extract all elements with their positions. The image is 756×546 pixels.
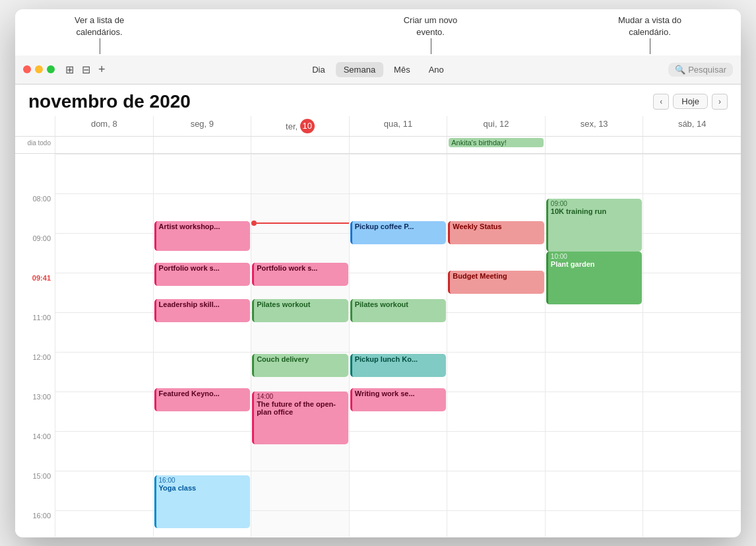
- view-month[interactable]: Mês: [386, 62, 418, 77]
- view-week[interactable]: Semana: [336, 62, 383, 77]
- day-col-qua: Pickup coffee P... Pilates workout Picku…: [349, 154, 447, 537]
- all-day-label: dia todo: [15, 137, 55, 153]
- day-col-sab: [643, 154, 741, 537]
- inbox-icon[interactable]: ⊟: [82, 63, 90, 76]
- allday-qui: Ankita's birthday!: [447, 137, 545, 153]
- search-box[interactable]: 🔍 Pesquisar: [668, 63, 733, 77]
- day-header-0: dom, 8: [55, 116, 153, 136]
- month-header: novembro de 2020 ‹ Hoje ›: [15, 85, 741, 116]
- calendar-grid: dom, 8 seg, 9 ter, 10 qua, 11 qui, 12 se…: [15, 116, 741, 537]
- minimize-button[interactable]: [35, 65, 43, 73]
- day-header-4: qui, 12: [447, 116, 545, 136]
- toolbar-icons: ⊞ ⊟ +: [65, 63, 106, 77]
- ankita-birthday-event[interactable]: Ankita's birthday!: [449, 138, 544, 147]
- day-col-sex: 09:00 10K training run 10:00 Plant garde…: [545, 154, 643, 537]
- time-1400: 14:00: [15, 431, 55, 471]
- portfolio-work-seg-event[interactable]: Portfolio work s...: [154, 263, 251, 286]
- calendar-window: Ver a lista decalendários. Criar um novo…: [15, 9, 741, 537]
- pilates-qua-event[interactable]: Pilates workout: [350, 299, 447, 322]
- featured-keynote-event[interactable]: Featured Keyno...: [154, 388, 251, 411]
- couch-delivery-event[interactable]: Couch delivery: [252, 354, 348, 377]
- next-button[interactable]: ›: [712, 94, 728, 110]
- day-header-6: sáb, 14: [643, 116, 741, 136]
- day-header-2: ter, 10: [251, 116, 349, 136]
- pilates-ter-event[interactable]: Pilates workout: [252, 299, 348, 322]
- allday-sab: [643, 137, 741, 153]
- annotation-calendars: Ver a lista decalendários.: [75, 15, 124, 38]
- view-switcher: Dia Semana Mês Ano: [304, 62, 452, 77]
- day-col-qui: Weekly Status Budget Meeting 18:00 Game …: [447, 154, 545, 537]
- calendar-list-icon[interactable]: ⊞: [65, 63, 74, 76]
- weekly-status-event[interactable]: Weekly Status: [448, 221, 544, 244]
- allday-ter: [251, 137, 349, 153]
- current-time-indicator: [251, 221, 349, 226]
- leadership-event[interactable]: Leadership skill...: [154, 299, 251, 322]
- time-grid: 08:00 09:00 09:41 11:00 12:00 13:00 14:0…: [15, 154, 741, 537]
- day-headers: dom, 8 seg, 9 ter, 10 qua, 11 qui, 12 se…: [15, 116, 741, 137]
- annotation-view: Mudar a vista docalendário.: [618, 15, 681, 38]
- allday-sex: [545, 137, 643, 153]
- time-1500: 15:00: [15, 471, 55, 510]
- titlebar: ⊞ ⊟ + Dia Semana Mês Ano 🔍 Pesquisar: [15, 55, 741, 85]
- budget-meeting-event[interactable]: Budget Meeting: [448, 271, 544, 294]
- all-day-row: dia todo Ankita's birthday!: [15, 137, 741, 154]
- allday-dom: [55, 137, 153, 153]
- day-col-dom: [55, 154, 153, 537]
- day-col-seg: Artist workshop... Portfolio work s... L…: [153, 154, 251, 537]
- yoga-class-event[interactable]: 16:00 Yoga class: [154, 475, 251, 528]
- today-button[interactable]: Hoje: [673, 94, 708, 109]
- plant-garden-event[interactable]: 10:00 Plant garden: [546, 252, 643, 304]
- training-run-event[interactable]: 09:00 10K training run: [546, 199, 643, 252]
- day-header-1: seg, 9: [153, 116, 251, 136]
- time-labels: 08:00 09:00 09:41 11:00 12:00 13:00 14:0…: [15, 154, 55, 537]
- days-grid: Artist workshop... Portfolio work s... L…: [55, 154, 741, 537]
- annotation-new-event: Criar um novoevento.: [404, 15, 458, 38]
- allday-qua: [349, 137, 447, 153]
- day-header-5: sex, 13: [545, 116, 643, 136]
- prev-button[interactable]: ‹: [653, 94, 669, 110]
- portfolio-ter-event[interactable]: Portfolio work s...: [252, 263, 348, 286]
- writing-work-event[interactable]: Writing work se...: [350, 388, 447, 411]
- allday-seg: [153, 137, 251, 153]
- time-0900: 09:00: [15, 233, 55, 273]
- view-year[interactable]: Ano: [421, 62, 452, 77]
- time-1100: 11:00: [15, 312, 55, 352]
- time-1300: 13:00: [15, 392, 55, 431]
- search-placeholder: Pesquisar: [688, 65, 726, 75]
- pickup-coffee-event[interactable]: Pickup coffee P...: [350, 221, 447, 244]
- time-0800: 08:00: [15, 193, 55, 233]
- toolbar-right: 🔍 Pesquisar: [668, 63, 733, 77]
- future-office-event[interactable]: 14:00 The future of the open-plan office: [252, 392, 348, 444]
- day-header-3: qua, 11: [349, 116, 447, 136]
- traffic-lights: [23, 65, 55, 73]
- time-1600: 16:00: [15, 510, 55, 537]
- pickup-lunch-event[interactable]: Pickup lunch Ko...: [350, 354, 447, 377]
- maximize-button[interactable]: [47, 65, 55, 73]
- nav-buttons: ‹ Hoje ›: [653, 94, 728, 110]
- close-button[interactable]: [23, 65, 31, 73]
- view-day[interactable]: Dia: [304, 62, 333, 77]
- time-1000: 09:41: [15, 273, 55, 312]
- day-col-ter: Pilates workout Couch delivery Portfolio…: [251, 154, 349, 537]
- search-icon: 🔍: [675, 65, 685, 75]
- month-title: novembro de 2020: [28, 91, 191, 112]
- add-event-icon[interactable]: +: [98, 63, 106, 77]
- time-1200: 12:00: [15, 352, 55, 392]
- artist-workshop-event[interactable]: Artist workshop...: [154, 221, 251, 251]
